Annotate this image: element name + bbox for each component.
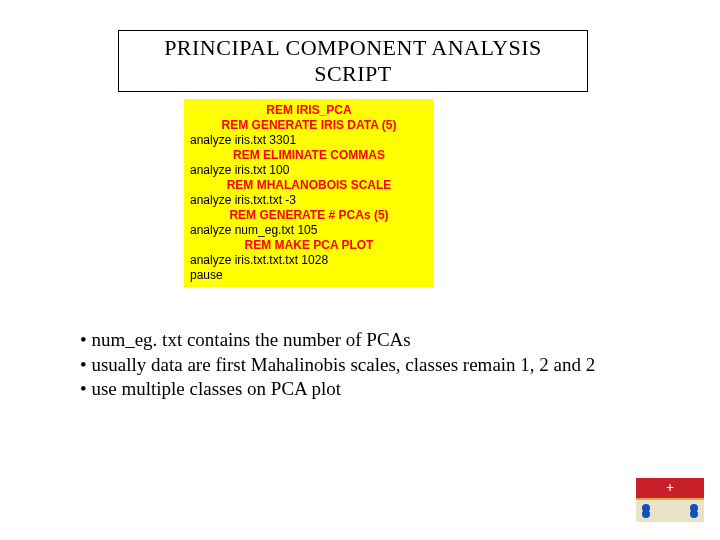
logo-crest-icon: + (636, 478, 704, 522)
bullet-list: • num_eg. txt contains the number of PCA… (80, 328, 595, 402)
bullet-item: • use multiple classes on PCA plot (80, 377, 595, 402)
dot-icon (690, 510, 698, 518)
dot-icon (642, 510, 650, 518)
cmd-line: pause (188, 268, 430, 283)
logo-bottom (636, 498, 704, 522)
rem-line: REM MAKE PCA PLOT (188, 238, 430, 253)
cmd-line: analyze iris.txt.txt -3 (188, 193, 430, 208)
script-code-block: REM IRIS_PCA REM GENERATE IRIS DATA (5) … (184, 99, 434, 287)
cmd-line: analyze num_eg.txt 105 (188, 223, 430, 238)
cmd-line: analyze iris.txt 3301 (188, 133, 430, 148)
bullet-item: • usually data are first Mahalinobis sca… (80, 353, 595, 378)
logo-top: + (636, 478, 704, 498)
cmd-line: analyze iris.txt.txt.txt 1028 (188, 253, 430, 268)
rem-line: REM ELIMINATE COMMAS (188, 148, 430, 163)
rem-line: REM IRIS_PCA (188, 103, 430, 118)
cmd-line: analyze iris.txt 100 (188, 163, 430, 178)
rem-line: REM GENERATE IRIS DATA (5) (188, 118, 430, 133)
slide-title: PRINCIPAL COMPONENT ANALYSIS SCRIPT (118, 30, 588, 92)
rem-line: REM GENERATE # PCAs (5) (188, 208, 430, 223)
bullet-item: • num_eg. txt contains the number of PCA… (80, 328, 595, 353)
title-text: PRINCIPAL COMPONENT ANALYSIS SCRIPT (164, 35, 542, 86)
plus-icon: + (666, 481, 674, 495)
rem-line: REM MHALANOBOIS SCALE (188, 178, 430, 193)
